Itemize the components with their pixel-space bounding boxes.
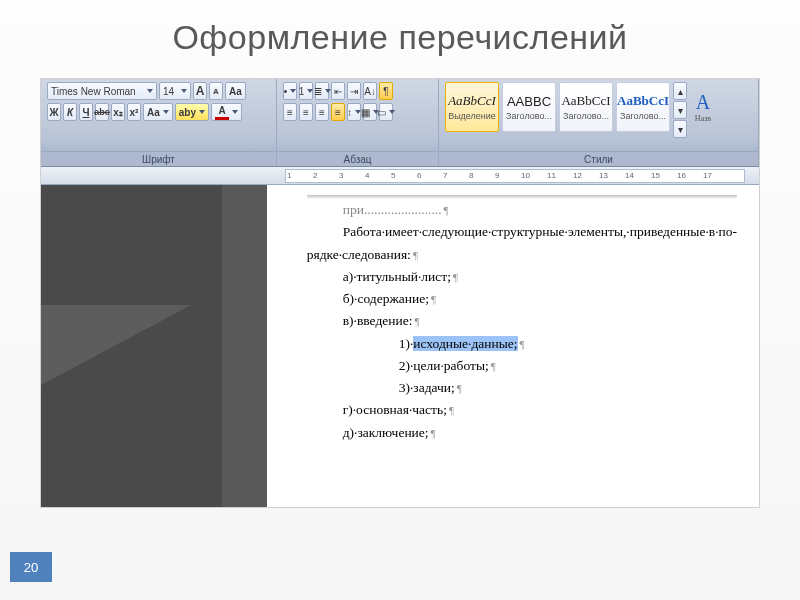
style-tile-label: Выделение [448,111,496,121]
ruler-ticks: 1 2 3 4 5 6 7 8 9 10 11 12 13 14 15 16 1… [285,167,727,185]
underline-button[interactable]: Ч [79,103,93,121]
color-swatch [215,117,229,120]
doc-line: 3)·задачи;¶ [307,377,737,399]
word-screenshot: Times New Roman 14 A A Aa Ж К [40,78,760,508]
page-gutter [222,185,266,507]
numbering-icon: 1 [299,86,305,97]
multilevel-icon: ≣ [314,86,322,97]
chevron-down-icon [181,89,187,93]
style-tile[interactable]: AaBbCcI Заголово... [616,82,670,132]
shading-icon: ▦ [361,107,370,118]
change-case-button[interactable]: Aa [143,103,173,121]
doc-line: рядке·следования:¶ [307,244,737,266]
italic-button[interactable]: К [63,103,77,121]
align-justify-button[interactable]: ≡ [331,103,345,121]
chevron-down-icon [163,110,169,114]
align-right-button[interactable]: ≡ [315,103,329,121]
style-tile[interactable]: AaBbCcI Заголово... [559,82,613,132]
style-tile-label: Заголово... [620,111,666,121]
change-styles-icon: A [696,91,710,114]
clear-format-button[interactable]: Aa [225,82,246,100]
chevron-down-icon [199,110,205,114]
group-font-label: Шрифт [41,151,276,166]
spacing-icon: ↕ [347,107,352,118]
chevron-down-icon [147,89,153,93]
chevron-down-icon [307,89,313,93]
doc-line: б)·содержание;¶ [307,288,737,310]
styles-scroll-down[interactable]: ▾ [673,101,687,119]
style-tile[interactable]: AaBbCcI Выделение [445,82,499,132]
align-justify-icon: ≡ [335,107,341,118]
bullets-button[interactable]: • [283,82,297,100]
group-paragraph: • 1 ≣ ⇤ ⇥ A↓ ¶ ≡ ≡ ≡ ≡ [277,79,439,166]
document-page[interactable]: при.......................¶ Работа·имеет… [267,185,759,507]
subscript-button[interactable]: x₂ [111,103,125,121]
styles-more-button[interactable]: ▾ [673,120,687,138]
borders-button[interactable]: ▭ [379,103,393,121]
style-tile[interactable]: AABBC Заголово... [502,82,556,132]
font-color-button[interactable]: A [211,103,242,121]
shrink-font-button[interactable]: A [209,82,223,100]
chevron-down-icon [290,89,296,93]
align-center-button[interactable]: ≡ [299,103,313,121]
line-spacing-button[interactable]: ↕ [347,103,361,121]
slide-number-badge: 20 [10,552,52,582]
selected-text: исходные·данные; [413,336,517,351]
align-right-icon: ≡ [319,107,325,118]
chevron-down-icon [325,89,331,93]
font-name-value: Times New Roman [51,86,136,97]
shading-button[interactable]: ▦ [363,103,377,121]
increase-indent-button[interactable]: ⇥ [347,82,361,100]
style-tile-label: Заголово... [563,111,609,121]
superscript-button[interactable]: x² [127,103,141,121]
numbering-button[interactable]: 1 [299,82,313,100]
slide: Оформление перечислений 20 Times New Rom… [0,0,800,600]
font-name-dropdown[interactable]: Times New Roman [47,82,157,100]
align-left-button[interactable]: ≡ [283,103,297,121]
chevron-down-icon [232,110,238,114]
doc-line: д)·заключение;¶ [307,422,737,444]
align-center-icon: ≡ [303,107,309,118]
change-styles-button[interactable]: A Назв [690,82,716,132]
doc-line: г)·основная·часть;¶ [307,399,737,421]
bold-button[interactable]: Ж [47,103,61,121]
ribbon: Times New Roman 14 A A Aa Ж К [41,79,759,167]
slide-title: Оформление перечислений [0,0,800,57]
show-marks-button[interactable]: ¶ [379,82,393,100]
document-area: при.......................¶ Работа·имеет… [41,185,759,507]
indent-icon: ⇥ [350,86,358,97]
doc-line: 2)·цели·работы;¶ [307,355,737,377]
highlight-button[interactable]: aby [175,103,209,121]
grow-font-button[interactable]: A [193,82,207,100]
pilcrow-icon: ¶ [383,86,388,97]
chevron-down-icon [389,110,395,114]
strike-button[interactable]: abc [95,103,109,121]
bullets-icon: • [284,86,288,97]
horizontal-ruler[interactable]: 1 2 3 4 5 6 7 8 9 10 11 12 13 14 15 16 1… [41,167,759,185]
group-font: Times New Roman 14 A A Aa Ж К [41,79,277,166]
font-size-dropdown[interactable]: 14 [159,82,191,100]
style-tile-label: Заголово... [506,111,552,121]
sort-button[interactable]: A↓ [363,82,377,100]
group-styles: AaBbCcI Выделение AABBC Заголово... AaBb… [439,79,759,166]
doc-line: при.......................¶ [307,199,737,221]
doc-line: а)·титульный·лист;¶ [307,266,737,288]
navigation-pane[interactable] [41,185,222,507]
borders-icon: ▭ [377,107,386,118]
font-size-value: 14 [163,86,174,97]
group-styles-label: Стили [439,151,758,166]
decrease-indent-button[interactable]: ⇤ [331,82,345,100]
doc-line: в)·введение:¶ [307,310,737,332]
align-left-icon: ≡ [287,107,293,118]
sort-icon: A↓ [364,86,376,97]
group-paragraph-label: Абзац [277,151,438,166]
doc-line: 1)·исходные·данные;¶ [307,333,737,355]
outdent-icon: ⇤ [334,86,342,97]
doc-line: Работа·имеет·следующие·структурные·элеме… [307,221,737,243]
multilevel-button[interactable]: ≣ [315,82,329,100]
styles-scroll-up[interactable]: ▴ [673,82,687,100]
